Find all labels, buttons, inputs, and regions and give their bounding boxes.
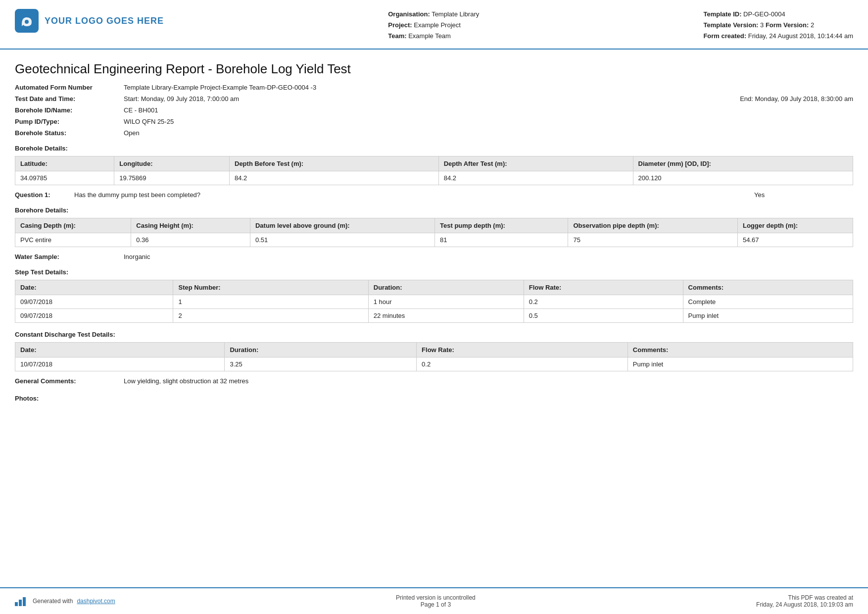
pump-id-row: Pump ID/Type: WILO QFN 25-25 bbox=[15, 118, 853, 125]
template-version-value: 3 bbox=[760, 21, 764, 29]
col-logger-depth: Logger depth (m): bbox=[737, 218, 853, 233]
test-date-label: Test Date and Time: bbox=[15, 95, 124, 102]
borehole-details-1-header-row: Latitude: Longitude: Depth Before Test (… bbox=[15, 156, 853, 171]
borehole-details-1-table: Latitude: Longitude: Depth Before Test (… bbox=[15, 156, 853, 185]
cell-casing-height: 0.36 bbox=[131, 233, 250, 247]
test-date-end: End: Monday, 09 July 2018, 8:30:00 am bbox=[740, 95, 853, 102]
cell-comments-2: Pump inlet bbox=[683, 309, 853, 323]
org-value: Template Library bbox=[432, 10, 479, 18]
cell-step-1: 1 bbox=[173, 295, 368, 309]
org-label: Organisation: bbox=[388, 10, 430, 18]
pump-id-label: Pump ID/Type: bbox=[15, 118, 124, 125]
footer-link[interactable]: dashpivot.com bbox=[77, 598, 115, 605]
cell-cd-duration: 3.25 bbox=[225, 358, 417, 371]
cell-logger-depth: 54.67 bbox=[737, 233, 853, 247]
template-version-label: Template Version: bbox=[703, 21, 758, 29]
question1-label: Question 1: bbox=[15, 191, 74, 199]
cell-flow-2: 0.5 bbox=[524, 309, 683, 323]
table-row: 09/07/2018 1 1 hour 0.2 Complete bbox=[15, 295, 853, 309]
cell-comments-1: Complete bbox=[683, 295, 853, 309]
col-cd-date: Date: bbox=[15, 343, 225, 358]
col-cd-flow-rate: Flow Rate: bbox=[417, 343, 628, 358]
footer-logo-icon bbox=[15, 596, 29, 606]
team-value: Example Team bbox=[408, 32, 451, 40]
form-created-label: Form created: bbox=[703, 32, 746, 40]
test-date-start: Start: Monday, 09 July 2018, 7:00:00 am bbox=[124, 95, 710, 102]
borehole-details-2-table: Casing Depth (m): Casing Height (m): Dat… bbox=[15, 218, 853, 247]
question1-row: Question 1: Has the dummy pump test been… bbox=[15, 191, 853, 199]
footer-right-line1: This PDF was created at bbox=[756, 594, 853, 601]
col-flow-rate: Flow Rate: bbox=[524, 280, 683, 295]
header-right: Template ID: DP-GEO-0004 Template Versio… bbox=[703, 9, 853, 42]
project-label: Project: bbox=[388, 21, 412, 29]
cell-date-1: 09/07/2018 bbox=[15, 295, 173, 309]
logo-text: YOUR LOGO GOES HERE bbox=[45, 16, 164, 26]
water-sample-value: Inorganic bbox=[124, 253, 150, 260]
footer-right: This PDF was created at Friday, 24 Augus… bbox=[756, 594, 853, 608]
col-duration: Duration: bbox=[368, 280, 524, 295]
cell-date-2: 09/07/2018 bbox=[15, 309, 173, 323]
footer-generated-text: Generated with bbox=[33, 598, 73, 605]
team-label: Team: bbox=[388, 32, 406, 40]
footer-right-line2: Friday, 24 August 2018, 10:19:03 am bbox=[756, 601, 853, 608]
photos-title: Photos: bbox=[15, 395, 853, 402]
cell-flow-1: 0.2 bbox=[524, 295, 683, 309]
borehole-id-label: Borehole ID/Name: bbox=[15, 106, 124, 114]
question1-text: Has the dummy pump test been completed? bbox=[74, 191, 754, 199]
form-version-label: Form Version: bbox=[766, 21, 809, 29]
cell-casing-depth: PVC entire bbox=[15, 233, 131, 247]
page: YOUR LOGO GOES HERE Organisation: Templa… bbox=[0, 0, 868, 614]
borehole-details-2-header-row: Casing Depth (m): Casing Height (m): Dat… bbox=[15, 218, 853, 233]
footer-left: Generated with dashpivot.com bbox=[15, 596, 115, 606]
cell-cd-flow: 0.2 bbox=[417, 358, 628, 371]
col-latitude: Latitude: bbox=[15, 156, 114, 171]
col-date: Date: bbox=[15, 280, 173, 295]
col-depth-after: Depth After Test (m): bbox=[438, 156, 633, 171]
footer: Generated with dashpivot.com Printed ver… bbox=[0, 587, 868, 614]
cell-latitude: 34.09785 bbox=[15, 171, 114, 185]
general-comments-row: General Comments: Low yielding, slight o… bbox=[15, 377, 853, 385]
cell-duration-1: 1 hour bbox=[368, 295, 524, 309]
footer-center-line2: Page 1 of 3 bbox=[396, 601, 476, 608]
automated-form-value: Template Library-Example Project-Example… bbox=[124, 84, 853, 91]
constant-discharge-title: Constant Discharge Test Details: bbox=[15, 331, 853, 338]
automated-form-label: Automated Form Number bbox=[15, 84, 124, 91]
svg-rect-2 bbox=[19, 600, 22, 606]
header: YOUR LOGO GOES HERE Organisation: Templa… bbox=[0, 0, 868, 50]
step-test-header-row: Date: Step Number: Duration: Flow Rate: … bbox=[15, 280, 853, 295]
cell-duration-2: 22 minutes bbox=[368, 309, 524, 323]
step-test-title: Step Test Details: bbox=[15, 268, 853, 276]
footer-center: Printed version is uncontrolled Page 1 o… bbox=[396, 594, 476, 608]
automated-form-row: Automated Form Number Template Library-E… bbox=[15, 84, 853, 91]
borehole-status-row: Borehole Status: Open bbox=[15, 129, 853, 137]
svg-rect-3 bbox=[23, 597, 26, 606]
report-title: Geotechnical Engineering Report - Boreho… bbox=[15, 61, 853, 77]
borehole-id-value: CE - BH001 bbox=[124, 106, 853, 114]
template-id-value: DP-GEO-0004 bbox=[743, 10, 785, 18]
constant-discharge-table: Date: Duration: Flow Rate: Comments: 10/… bbox=[15, 342, 853, 371]
general-comments-label: General Comments: bbox=[15, 377, 124, 385]
cell-obs-pipe-depth: 75 bbox=[568, 233, 737, 247]
cell-datum-level: 0.51 bbox=[250, 233, 434, 247]
footer-center-line1: Printed version is uncontrolled bbox=[396, 594, 476, 601]
cell-diameter: 200.120 bbox=[633, 171, 853, 185]
svg-rect-1 bbox=[15, 602, 18, 606]
cell-depth-after: 84.2 bbox=[438, 171, 633, 185]
table-row: 34.09785 19.75869 84.2 84.2 200.120 bbox=[15, 171, 853, 185]
photos-section: Photos: bbox=[15, 395, 853, 402]
general-comments-value: Low yielding, slight obstruction at 32 m… bbox=[124, 377, 248, 385]
cell-depth-before: 84.2 bbox=[230, 171, 439, 185]
borehole-status-value: Open bbox=[124, 129, 853, 137]
logo-svg bbox=[19, 13, 34, 28]
col-longitude: Longitude: bbox=[114, 156, 230, 171]
col-step-number: Step Number: bbox=[173, 280, 368, 295]
borehole-id-row: Borehole ID/Name: CE - BH001 bbox=[15, 106, 853, 114]
test-date-row: Test Date and Time: Start: Monday, 09 Ju… bbox=[15, 95, 853, 102]
col-datum-level: Datum level above ground (m): bbox=[250, 218, 434, 233]
col-casing-height: Casing Height (m): bbox=[131, 218, 250, 233]
main-content: Geotechnical Engineering Report - Boreho… bbox=[0, 50, 868, 587]
borehole-details-1-title: Borehole Details: bbox=[15, 145, 853, 152]
borehole-details-2-title: Borehore Details: bbox=[15, 206, 853, 214]
water-sample-label: Water Sample: bbox=[15, 253, 124, 260]
cell-step-2: 2 bbox=[173, 309, 368, 323]
